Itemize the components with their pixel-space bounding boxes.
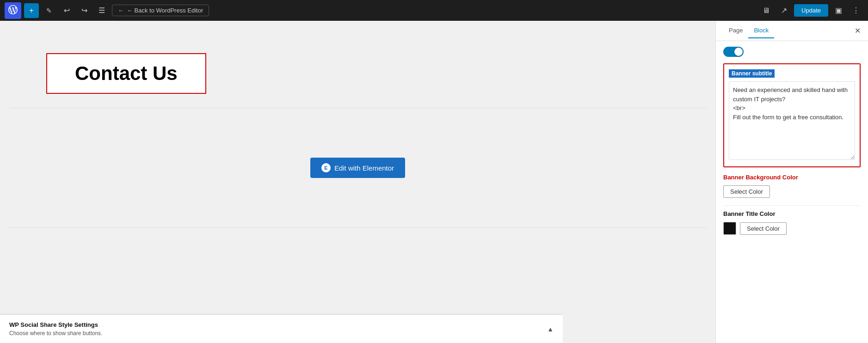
- elementor-icon: E: [321, 163, 331, 172]
- chevron-up-icon: ▲: [547, 325, 554, 333]
- banner-title-color-swatch[interactable]: [723, 222, 736, 235]
- preview-button[interactable]: ↗: [776, 3, 791, 18]
- canvas-area: Contact Us E Edit with Elementor WP Soci…: [0, 21, 715, 343]
- desktop-icon: 🖥: [763, 6, 770, 15]
- banner-title-color-row: Select Color: [723, 222, 861, 235]
- banner-bg-color-row: Select Color: [723, 185, 861, 198]
- update-btn-label: Update: [801, 7, 821, 14]
- pencil-icon: ✎: [46, 7, 52, 14]
- page-content: Contact Us E Edit with Elementor: [0, 21, 715, 246]
- right-sidebar: Page Block ✕ Banner subtitle Need an exp…: [715, 21, 868, 343]
- sidebar-content: Banner subtitle Need an experienced and …: [716, 41, 868, 343]
- add-icon: +: [29, 6, 33, 15]
- sidebar-icon: ▣: [835, 6, 842, 15]
- sidebar-toggle-button[interactable]: ▣: [831, 3, 846, 18]
- back-to-wp-editor-button[interactable]: ← ← Back to WordPress Editor: [112, 5, 209, 16]
- toggle-row: [723, 47, 861, 57]
- social-share-info: WP Social Share Style Settings Choose wh…: [9, 321, 102, 337]
- divider-1: [723, 205, 861, 206]
- add-block-button[interactable]: +: [24, 3, 39, 18]
- banner-subtitle-textarea[interactable]: Need an experienced and skilled hand wit…: [729, 81, 855, 160]
- wp-logo[interactable]: [5, 2, 21, 19]
- main-toolbar: + ✎ ↩ ↪ ☰ ← ← Back to WordPress Editor 🖥…: [0, 0, 868, 21]
- update-button[interactable]: Update: [794, 4, 828, 17]
- redo-icon: ↪: [81, 6, 87, 15]
- select-color-1-label: Select Color: [730, 188, 763, 195]
- select-color-2-label: Select Color: [747, 225, 780, 232]
- toggle-switch[interactable]: [723, 47, 744, 57]
- social-share-title: WP Social Share Style Settings: [9, 321, 102, 328]
- banner-bg-color-label: Banner Background Color: [723, 174, 861, 181]
- list-view-button[interactable]: ☰: [94, 3, 109, 18]
- tools-button[interactable]: ✎: [42, 3, 56, 18]
- banner-title-color-select-button[interactable]: Select Color: [740, 222, 787, 235]
- more-icon: ⋮: [852, 6, 860, 15]
- social-share-section: WP Social Share Style Settings Choose wh…: [0, 314, 563, 343]
- banner-title-color-label: Banner Title Color: [723, 210, 861, 217]
- social-share-subtitle: Choose where to show share buttons.: [9, 330, 102, 337]
- edit-with-elementor-button[interactable]: E Edit with Elementor: [310, 158, 405, 178]
- arrow-left-icon: ←: [118, 7, 124, 14]
- edit-elementor-label: Edit with Elementor: [334, 164, 394, 172]
- banner-subtitle-label: Banner subtitle: [729, 69, 775, 78]
- tab-page[interactable]: Page: [723, 23, 748, 38]
- banner-bg-color-select-button[interactable]: Select Color: [723, 185, 770, 198]
- toggle-knob: [734, 48, 743, 56]
- undo-icon: ↩: [64, 6, 70, 15]
- external-link-icon: ↗: [781, 6, 787, 15]
- list-icon: ☰: [98, 6, 105, 15]
- main-layout: Contact Us E Edit with Elementor WP Soci…: [0, 21, 868, 343]
- wp-logo-text: [8, 5, 18, 16]
- sidebar-close-button[interactable]: ✕: [855, 26, 861, 35]
- more-options-button[interactable]: ⋮: [849, 3, 863, 18]
- contact-us-title: Contact Us: [75, 62, 178, 85]
- social-share-header[interactable]: WP Social Share Style Settings Choose wh…: [9, 321, 554, 337]
- close-icon: ✕: [855, 27, 861, 35]
- banner-subtitle-field-box: Banner subtitle Need an experienced and …: [723, 63, 861, 167]
- sidebar-tabs: Page Block ✕: [716, 21, 868, 41]
- desktop-view-button[interactable]: 🖥: [759, 3, 774, 18]
- toolbar-right: 🖥 ↗ Update ▣ ⋮: [759, 3, 863, 18]
- back-btn-label: ← Back to WordPress Editor: [127, 7, 203, 14]
- gray-section: E Edit with Elementor: [9, 108, 706, 228]
- contact-us-block[interactable]: Contact Us: [46, 53, 206, 94]
- tab-block[interactable]: Block: [748, 23, 774, 38]
- undo-button[interactable]: ↩: [59, 3, 74, 18]
- redo-button[interactable]: ↪: [77, 3, 92, 18]
